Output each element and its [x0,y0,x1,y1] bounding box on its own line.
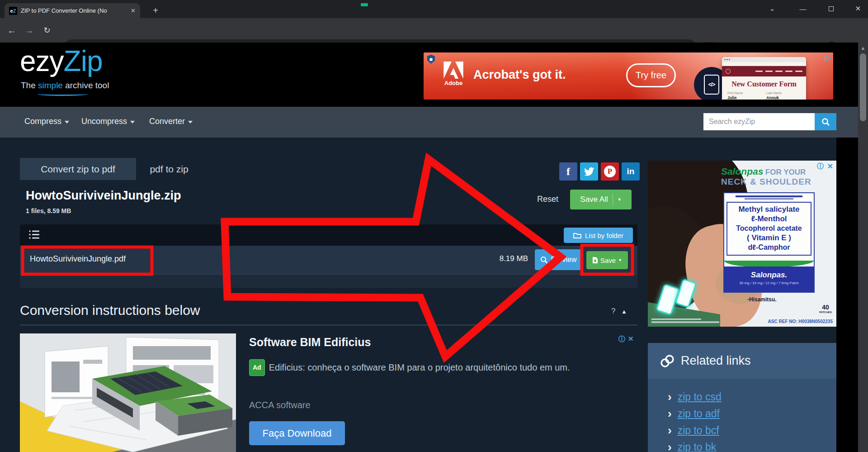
mock-value: Anouk [766,95,801,100]
pinterest-share-button[interactable]: P [601,162,619,181]
pinterest-p-icon: P [604,166,616,177]
related-link-item[interactable]: › zip to bk [668,440,716,452]
mock-form-body: New Customer Form First NameJulie Last N… [722,76,806,100]
logo-white: ezy [20,45,64,77]
save-file-icon [592,257,598,264]
related-link-item[interactable]: › zip to adf [668,407,720,420]
site-header: ezyZip The simple archive tool Adobe Acr… [0,43,868,107]
patch-count: 40 PATCHES [819,304,832,314]
nav-compress[interactable]: Compress [24,117,69,126]
bim-ad-description-row: AdEdificius: conheça o software BIM para… [249,359,611,376]
tab-convert-zip-to-pdf[interactable]: Convert zip to pdf [20,158,136,180]
new-tab-button[interactable]: + [149,4,162,17]
salonpas-brand-2: Salonpas. [724,271,814,280]
list-by-folder-button[interactable]: List by folder [564,228,633,243]
salonpas-product-box: Methyl salicylate ℓ-Menthol Tocopherol a… [723,192,815,293]
nav-label: Converter [149,117,185,126]
twitter-share-button[interactable] [580,162,598,181]
try-free-button[interactable]: Try free [626,63,676,87]
ingredient: ( Vitamin E ) [727,233,811,243]
browser-toolbar: ← → ↻ ezyzip.com/convert-zip-to-pdf.html… [0,18,868,43]
tagline-post: archive tool [63,81,109,90]
adchoices-icon[interactable]: ▷ [826,53,831,62]
ezyzip-favicon: eZ [9,7,17,15]
related-link[interactable]: zip to bk [678,441,717,452]
nav-uncompress[interactable]: Uncompress [81,117,135,126]
maximize-icon [829,6,834,11]
tab-search-icon[interactable]: ⌄ [763,2,781,15]
help-icon[interactable]: ? [611,307,615,316]
ingredient: Tocopherol acetate [727,224,811,233]
box-bar [736,195,803,197]
save-all-button[interactable]: Save All ▼ [570,190,632,209]
forward-button[interactable]: → [22,24,36,37]
related-links-title: Related links [681,354,751,368]
ingredient: dℓ-Camphor [727,243,811,252]
scroll-up-arrow[interactable]: ▲ [858,43,868,52]
magnifier-icon [540,256,548,264]
fine-print-bar [651,321,719,323]
related-link[interactable]: zip to bcf [678,424,719,437]
code-doc-icon: </> [704,75,719,95]
nav-label: Uncompress [81,117,127,126]
ad-close-icon[interactable]: ✕ [628,335,634,343]
salonpas-ad[interactable]: Salonpas FOR YOUR NECK & SHOULDER Methyl… [648,161,836,327]
file-name: HowtoSuriviveinJungle.pdf [30,254,126,264]
box-blue-band: Salonpas. 36 mg / 33 mg / 12 mg / 7.5mg … [724,266,814,292]
adchoices-info-icon[interactable]: ⓘ [817,162,824,171]
maximize-button[interactable] [822,2,840,15]
tagline-pre: The [21,81,38,90]
bim-adchoices[interactable]: ⓘ ✕ [618,335,634,343]
tab-close-icon[interactable]: ✕ [131,7,136,14]
caret-down-icon [130,121,135,124]
related-link[interactable]: zip to adf [678,408,720,420]
file-list-footer [20,274,637,288]
fine-print-bar-2 [651,319,701,320]
save-button[interactable]: Save ▼ [586,251,628,269]
form-mockup: New Customer Form First NameJulie Last N… [722,57,806,100]
related-link[interactable]: zip to csd [678,391,722,403]
facebook-share-button[interactable]: f [559,162,577,181]
linkedin-share-button[interactable]: in [622,162,640,181]
nav-converter[interactable]: Converter [149,117,193,126]
ingredient: Methyl salicylate [727,205,811,214]
salonpas-brand: Salonpas [721,166,763,176]
salonpas-tag1: FOR YOUR [765,168,806,176]
adchoices-info-icon[interactable]: ⓘ [618,335,625,343]
site-search [703,113,836,130]
list-view-icon[interactable] [29,230,40,239]
browser-tab[interactable]: eZ ZIP to PDF Converter Online (No ✕ [5,3,140,18]
back-button[interactable]: ← [5,24,19,37]
related-link-item[interactable]: › zip to csd [668,390,722,404]
related-links-header: Related links [648,343,836,379]
chevron-right-icon: › [668,391,672,403]
page-scrollbar[interactable]: ▲ [858,43,868,452]
search-button[interactable] [815,113,836,130]
bim-ad-image[interactable] [20,333,236,452]
twitter-bird-icon [584,166,594,177]
reset-button[interactable]: Reset [537,195,558,204]
mock-label: First Name [727,91,762,95]
preview-button[interactable]: Preview [535,249,582,270]
search-icon [821,118,830,126]
reload-button[interactable]: ↻ [40,24,54,37]
tab-pdf-to-zip[interactable]: pdf to zip [136,158,202,180]
hisamitsu-label: -Hisamitsu. [747,296,777,303]
scrollbar-thumb[interactable] [860,53,866,121]
collapse-caret-icon[interactable]: ▲ [621,308,627,315]
faca-download-button[interactable]: Faça Download [249,421,345,445]
ezyzip-logo[interactable]: ezyZip [20,44,103,78]
ad-close-icon[interactable]: ✕ [827,162,833,171]
adobe-ad-banner[interactable]: Adobe Acrobat's got it. Try free </> New… [424,52,833,100]
bim-ad-title[interactable]: Software BIM Edificius [249,336,371,349]
section-divider [20,324,637,326]
tab-title: ZIP to PDF Converter Online (No [21,7,120,14]
mock-label: Last Name [766,91,801,95]
browser-tab-bar: eZ ZIP to PDF Converter Online (No ✕ + ⌄… [0,0,868,18]
caret-down-icon: ▼ [618,258,622,262]
minimize-button[interactable]: — [794,2,812,15]
window-close-button[interactable]: ✕ [849,2,867,15]
search-input[interactable] [703,113,815,130]
related-link-item[interactable]: › zip to bcf [668,423,719,437]
screen: eZ ZIP to PDF Converter Online (No ✕ + ⌄… [0,0,868,452]
